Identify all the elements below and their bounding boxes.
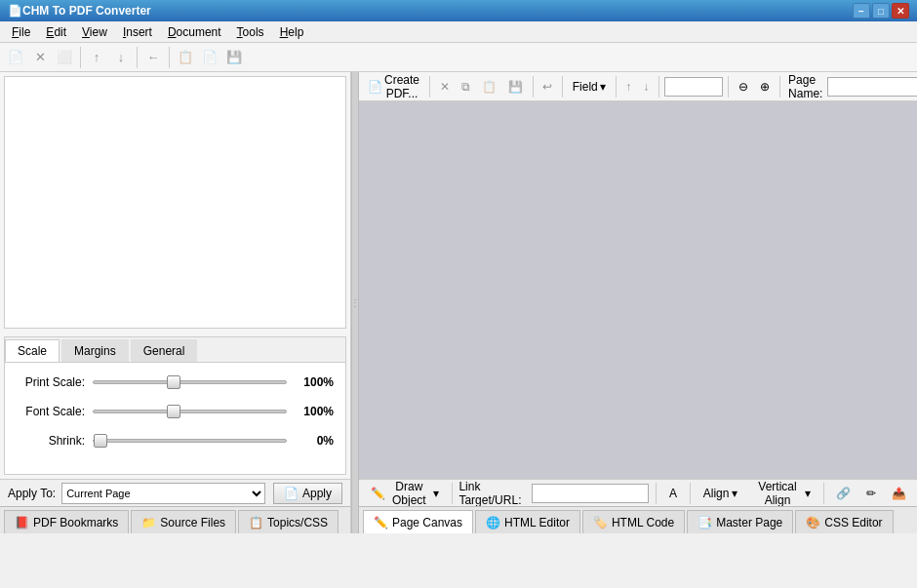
right-bottom-tabs: ✏️ Page Canvas 🌐 HTML Editor 🏷️ HTML Cod… bbox=[359, 506, 917, 533]
page-name-input[interactable] bbox=[827, 77, 917, 97]
props-tabs: Scale Margins General bbox=[5, 337, 345, 363]
rt-move-up-btn[interactable]: ↑ bbox=[620, 75, 636, 98]
print-scale-thumb[interactable] bbox=[167, 375, 180, 389]
master-page-icon: 📑 bbox=[698, 516, 712, 529]
menu-edit[interactable]: Edit bbox=[38, 23, 74, 41]
rt-sep2 bbox=[533, 76, 534, 98]
css-editor-label: CSS Editor bbox=[824, 516, 882, 529]
tab-source-files[interactable]: 📁 Source Files bbox=[131, 510, 236, 533]
rt-cut-btn[interactable]: ✕ bbox=[435, 75, 455, 98]
apply-button[interactable]: 📄 Apply bbox=[273, 483, 342, 504]
apply-row: Apply To: Current Page 📄 Apply bbox=[0, 479, 350, 506]
tab-master-page[interactable]: 📑 Master Page bbox=[687, 510, 793, 533]
print-scale-label: Print Scale: bbox=[17, 375, 85, 389]
css-editor-icon: 🎨 bbox=[806, 516, 820, 529]
right-content-area bbox=[359, 101, 917, 479]
shrink-row: Shrink: 0% bbox=[17, 433, 334, 449]
rt-paste-btn[interactable]: 📋 bbox=[477, 75, 501, 98]
toolbar-delete[interactable]: ✕ bbox=[28, 46, 52, 69]
tab-page-canvas[interactable]: ✏️ Page Canvas bbox=[363, 510, 473, 533]
rbt-icon1[interactable]: 🔗 bbox=[830, 483, 857, 504]
link-target-label: Link Target/URL: bbox=[458, 480, 524, 507]
font-scale-thumb[interactable] bbox=[167, 405, 180, 418]
rt-sep3 bbox=[562, 76, 563, 98]
font-scale-slider[interactable] bbox=[93, 404, 287, 419]
minimize-button[interactable]: − bbox=[853, 3, 870, 19]
align-btn[interactable]: Align ▾ bbox=[698, 483, 744, 504]
align-chevron: ▾ bbox=[732, 487, 738, 500]
font-scale-label: Font Scale: bbox=[17, 405, 85, 418]
print-scale-row: Print Scale: 100% bbox=[17, 374, 334, 390]
tab-topics-css[interactable]: 📋 Topics/CSS bbox=[238, 510, 339, 533]
right-panel: 📄 Create PDF... ✕ ⧉ 📋 💾 ↩ Field ▾ ↑ ↓ ⊖ … bbox=[359, 72, 917, 533]
apply-icon: 📄 bbox=[284, 487, 299, 500]
topics-css-label: Topics/CSS bbox=[267, 516, 328, 529]
create-pdf-button[interactable]: 📄 Create PDF... bbox=[363, 75, 424, 98]
shrink-thumb[interactable] bbox=[94, 434, 107, 448]
menu-tools[interactable]: Tools bbox=[229, 23, 272, 41]
right-toolbar: 📄 Create PDF... ✕ ⧉ 📋 💾 ↩ Field ▾ ↑ ↓ ⊖ … bbox=[359, 72, 917, 101]
menubar: File Edit View Insert Document Tools Hel… bbox=[0, 21, 917, 43]
text-icon-btn[interactable]: A bbox=[663, 483, 683, 504]
rt-sep6 bbox=[728, 76, 729, 98]
bottom-tabs: 📕 PDF Bookmarks 📁 Source Files 📋 Topics/… bbox=[0, 506, 350, 533]
tab-pdf-bookmarks[interactable]: 📕 PDF Bookmarks bbox=[4, 510, 129, 533]
tab-html-editor[interactable]: 🌐 HTML Editor bbox=[475, 510, 580, 533]
page-canvas-icon: ✏️ bbox=[374, 516, 388, 529]
toolbar-new[interactable]: 📄 bbox=[4, 46, 27, 69]
rbt-icon2[interactable]: ✏ bbox=[860, 483, 882, 504]
tab-general[interactable]: General bbox=[131, 339, 198, 362]
print-scale-slider[interactable] bbox=[93, 374, 287, 390]
tab-html-code[interactable]: 🏷️ HTML Code bbox=[582, 510, 685, 533]
vertical-align-label: Vertical Align bbox=[753, 480, 801, 507]
properties-panel: Scale Margins General Print Scale: 100% bbox=[4, 336, 346, 475]
draw-object-icon: ✏️ bbox=[371, 487, 385, 500]
zoom-in-btn[interactable]: ⊕ bbox=[755, 75, 775, 98]
draw-object-btn[interactable]: ✏️ Draw Object ▾ bbox=[365, 483, 445, 504]
toolbar-up[interactable]: ↑ bbox=[85, 46, 108, 69]
zoom-out-btn[interactable]: ⊖ bbox=[734, 75, 753, 98]
rt-save-btn[interactable]: 💾 bbox=[503, 75, 528, 98]
align-label: Align bbox=[703, 487, 730, 500]
rt-move-down-btn[interactable]: ↓ bbox=[638, 75, 654, 98]
link-target-input[interactable] bbox=[532, 484, 649, 503]
rbt-sep3 bbox=[690, 483, 691, 504]
font-scale-row: Font Scale: 100% bbox=[17, 404, 334, 419]
toolbar-page[interactable]: 📋 bbox=[174, 46, 197, 69]
tab-css-editor[interactable]: 🎨 CSS Editor bbox=[795, 510, 893, 533]
topics-css-icon: 📋 bbox=[249, 516, 263, 529]
source-files-label: Source Files bbox=[160, 516, 225, 529]
tab-scale[interactable]: Scale bbox=[5, 339, 60, 362]
page-number-input[interactable] bbox=[664, 77, 723, 97]
app-title: CHM To PDF Converter bbox=[22, 4, 151, 18]
left-content-area bbox=[4, 76, 346, 329]
rbt-sep4 bbox=[823, 483, 824, 504]
apply-to-select[interactable]: Current Page bbox=[61, 483, 265, 504]
field-dropdown-btn[interactable]: Field ▾ bbox=[568, 75, 611, 98]
page-name-label: Page Name: bbox=[788, 73, 825, 100]
html-editor-label: HTML Editor bbox=[504, 516, 570, 529]
rt-undo-btn[interactable]: ↩ bbox=[538, 75, 557, 98]
print-scale-track bbox=[93, 380, 287, 384]
menu-view[interactable]: View bbox=[74, 23, 115, 41]
toolbar-sep1 bbox=[80, 47, 81, 68]
app-icon: 📄 bbox=[8, 4, 22, 18]
tab-margins[interactable]: Margins bbox=[61, 339, 129, 362]
rt-copy-btn[interactable]: ⧉ bbox=[457, 75, 475, 98]
toolbar-clear[interactable]: ⬜ bbox=[53, 46, 76, 69]
toolbar-down[interactable]: ↓ bbox=[109, 46, 133, 69]
toolbar-back[interactable]: ← bbox=[141, 46, 165, 69]
shrink-slider[interactable] bbox=[93, 433, 287, 449]
menu-help[interactable]: Help bbox=[272, 23, 312, 41]
menu-insert[interactable]: Insert bbox=[115, 23, 160, 41]
vertical-align-btn[interactable]: Vertical Align ▾ bbox=[747, 483, 816, 504]
menu-document[interactable]: Document bbox=[160, 23, 229, 41]
maximize-button[interactable]: □ bbox=[872, 3, 890, 19]
close-button[interactable]: ✕ bbox=[892, 3, 909, 19]
panel-splitter[interactable]: ⋮ bbox=[351, 72, 359, 533]
menu-file[interactable]: File bbox=[4, 23, 38, 41]
rbt-icon3[interactable]: 📤 bbox=[886, 483, 912, 504]
shrink-value: 0% bbox=[295, 434, 334, 448]
toolbar-save[interactable]: 💾 bbox=[222, 46, 246, 69]
toolbar-page2[interactable]: 📄 bbox=[198, 46, 221, 69]
